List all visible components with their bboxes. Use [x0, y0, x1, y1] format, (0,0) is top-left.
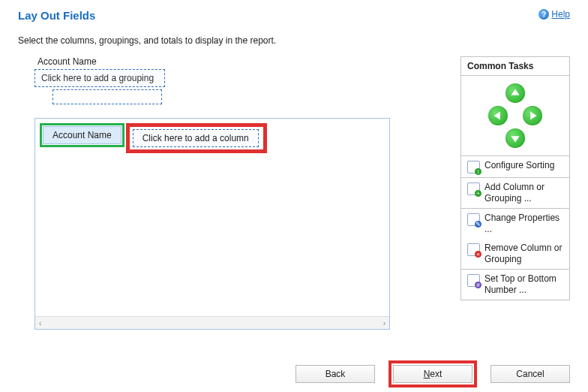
- help-icon: ?: [538, 9, 549, 20]
- task-label: Change Properties ...: [484, 213, 563, 235]
- wizard-buttons: Back Next Cancel: [296, 360, 570, 387]
- remove-column-icon: ×: [467, 243, 480, 256]
- add-column-icon: +: [467, 182, 480, 195]
- task-configure-sorting[interactable]: ↕ Configure Sorting: [461, 156, 569, 177]
- task-remove-column-grouping[interactable]: × Remove Column or Grouping: [461, 239, 569, 269]
- move-arrows-group: [461, 76, 569, 156]
- add-grouping-slot[interactable]: Click here to add a grouping: [34, 69, 165, 87]
- top-bottom-icon: #: [467, 274, 480, 287]
- properties-icon: ✎: [467, 213, 480, 226]
- task-set-top-bottom[interactable]: # Set Top or Bottom Number ...: [461, 270, 569, 300]
- scroll-right-icon[interactable]: ›: [381, 319, 388, 327]
- move-right-button[interactable]: [523, 106, 542, 125]
- highlight-selected-column: Account Name: [40, 123, 124, 147]
- highlight-next-button: Next: [388, 360, 477, 387]
- scroll-left-icon[interactable]: ‹: [37, 319, 44, 327]
- move-up-button[interactable]: [506, 83, 525, 103]
- add-column-slot[interactable]: Click here to add a column: [133, 129, 259, 147]
- common-tasks-panel: Common Tasks ↕ Configure Sorting + Add C…: [460, 56, 570, 300]
- back-button[interactable]: Back: [296, 365, 375, 383]
- help-label: Help: [551, 9, 570, 20]
- page-title: Lay Out Fields: [18, 9, 95, 22]
- move-left-button[interactable]: [488, 106, 508, 125]
- nested-grouping-slot[interactable]: [52, 89, 162, 104]
- field-label-account-name: Account Name: [38, 56, 441, 67]
- help-link[interactable]: ? Help: [538, 9, 570, 20]
- highlight-add-column: Click here to add a column: [126, 123, 267, 153]
- sort-icon: ↕: [467, 161, 480, 173]
- horizontal-scrollbar[interactable]: ‹ ›: [35, 316, 389, 329]
- task-label: Remove Column or Grouping: [484, 243, 563, 265]
- instructions-text: Select the columns, groupings, and total…: [0, 22, 588, 50]
- task-label: Set Top or Bottom Number ...: [484, 273, 563, 296]
- column-header-account-name[interactable]: Account Name: [43, 126, 122, 144]
- task-label: Add Column or Grouping ...: [484, 182, 563, 204]
- task-change-properties[interactable]: ✎ Change Properties ...: [461, 209, 569, 239]
- cancel-button[interactable]: Cancel: [490, 365, 570, 383]
- next-button[interactable]: Next: [393, 365, 472, 383]
- common-tasks-header: Common Tasks: [461, 57, 569, 76]
- task-label: Configure Sorting: [484, 160, 554, 171]
- task-add-column-grouping[interactable]: + Add Column or Grouping ...: [461, 178, 569, 208]
- report-layout-panel: Account Name Click here to add a column …: [34, 118, 390, 330]
- move-down-button[interactable]: [506, 128, 525, 148]
